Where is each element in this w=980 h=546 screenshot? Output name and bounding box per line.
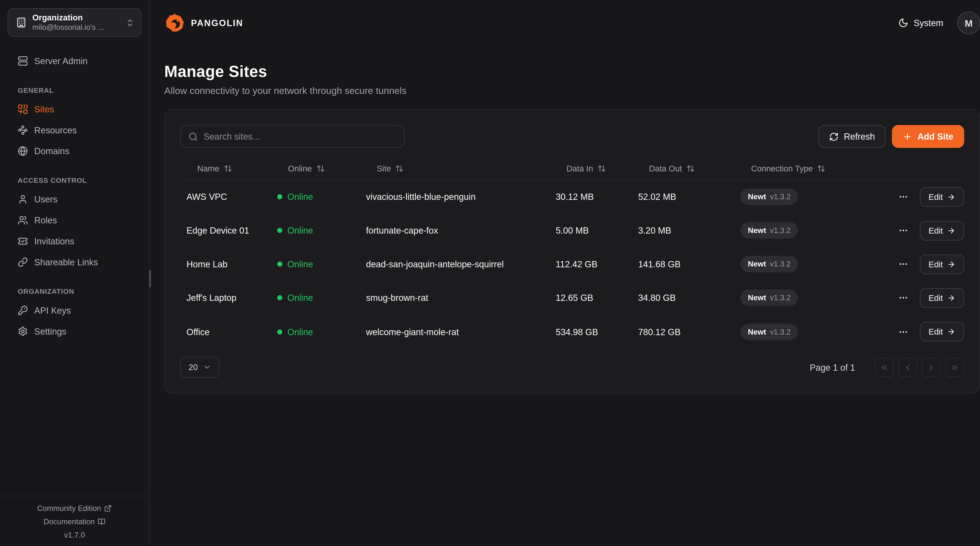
sidebar-item-users[interactable]: Users: [8, 189, 142, 209]
ticket-check-icon: [18, 236, 28, 246]
page-size-value: 20: [189, 362, 198, 372]
sidebar-nav: Server Admin GENERALSitesResourcesDomain…: [0, 37, 149, 496]
data-in-cell: 12.65 GB: [556, 293, 638, 303]
table-row: Office Online welcome-giant-mole-rat 534…: [180, 315, 964, 348]
sidebar-item-label: Roles: [34, 215, 57, 225]
refresh-button[interactable]: Refresh: [818, 125, 886, 148]
online-label: Online: [287, 225, 313, 236]
site-name-cell: Office: [186, 327, 277, 337]
brand-logo[interactable]: PANGOLIN: [164, 12, 243, 34]
version-label: v1.7.0: [64, 531, 85, 540]
site-name-cell: Home Lab: [186, 259, 277, 269]
sidebar-item-api-keys[interactable]: API Keys: [8, 300, 142, 321]
column-header-data-out[interactable]: Data Out: [638, 164, 740, 173]
site-slug-cell: fortunate-cape-fox: [366, 225, 556, 236]
prev-page-button[interactable]: [898, 358, 917, 377]
app-root: Organization milo@fossorial.io's ... Ser…: [0, 0, 980, 546]
add-site-button[interactable]: Add Site: [892, 125, 964, 148]
waypoints-icon: [18, 125, 28, 135]
site-name-cell: Edge Device 01: [186, 225, 277, 236]
table-header-row: NameOnlineSiteData InData OutConnection …: [180, 158, 964, 180]
sort-icon: [224, 164, 232, 172]
page-title: Manage Sites: [164, 62, 980, 81]
sidebar-item-server-admin[interactable]: Server Admin: [8, 51, 142, 71]
avatar[interactable]: M: [957, 11, 980, 34]
data-out-cell: 141.68 GB: [638, 259, 740, 269]
edit-button[interactable]: Edit: [920, 220, 964, 240]
sidebar-item-resources[interactable]: Resources: [8, 120, 142, 140]
connection-type-name: Newt: [748, 327, 766, 336]
chevron-left-icon: [904, 363, 912, 372]
online-dot: [277, 295, 282, 300]
table-row: Jeff's Laptop Online smug-brown-rat 12.6…: [180, 281, 964, 315]
data-out-cell: 52.02 MB: [638, 192, 740, 202]
sidebar-item-label: Server Admin: [34, 56, 88, 66]
column-header-label: Name: [197, 164, 220, 173]
topbar-right: System M: [899, 11, 980, 34]
chevron-right-icon: [927, 363, 936, 372]
column-header-data-in[interactable]: Data In: [556, 164, 638, 173]
sidebar-section-label: ACCESS CONTROL: [8, 172, 142, 188]
org-selector[interactable]: Organization milo@fossorial.io's ...: [8, 8, 142, 37]
external-link-icon: [104, 504, 112, 512]
online-label: Online: [287, 293, 313, 303]
sidebar-item-sites[interactable]: Sites: [8, 99, 142, 120]
edit-button[interactable]: Edit: [920, 288, 964, 308]
sidebar-item-settings[interactable]: Settings: [8, 321, 142, 342]
edit-button[interactable]: Edit: [920, 254, 964, 274]
row-menu-button[interactable]: [896, 189, 911, 204]
connection-type-name: Newt: [748, 260, 766, 268]
sidebar-item-label: API Keys: [34, 305, 71, 316]
sidebar-item-domains[interactable]: Domains: [8, 141, 142, 161]
online-dot: [277, 228, 282, 233]
theme-toggle-label: System: [914, 18, 943, 28]
add-site-label: Add Site: [918, 131, 953, 142]
column-header-connection-type[interactable]: Connection Type: [740, 164, 964, 173]
theme-toggle[interactable]: System: [899, 18, 943, 28]
sidebar: Organization milo@fossorial.io's ... Ser…: [0, 0, 150, 546]
online-label: Online: [287, 259, 313, 269]
next-page-button[interactable]: [922, 358, 941, 377]
edit-label: Edit: [929, 327, 943, 337]
sidebar-scrollbar-thumb[interactable]: [149, 270, 151, 288]
connection-type-badge: Newt v1.3.2: [740, 289, 798, 306]
documentation-link[interactable]: Documentation: [43, 517, 105, 526]
connection-type-cell: Newt v1.3.2: [740, 188, 896, 205]
row-menu-button[interactable]: [896, 257, 911, 272]
first-page-button[interactable]: [875, 358, 894, 377]
page-size-select[interactable]: 20: [180, 357, 220, 378]
sidebar-item-invitations[interactable]: Invitations: [8, 231, 142, 251]
pagination-bar: 20 Page 1 of 1: [180, 357, 964, 378]
server-icon: [18, 56, 28, 66]
table-row: AWS VPC Online vivacious-little-blue-pen…: [180, 180, 964, 214]
column-header-site[interactable]: Site: [366, 164, 556, 173]
column-header-label: Connection Type: [751, 164, 813, 173]
column-header-online[interactable]: Online: [277, 164, 366, 173]
edit-button[interactable]: Edit: [920, 322, 964, 342]
sidebar-item-label: Domains: [34, 146, 69, 156]
last-page-button[interactable]: [945, 358, 964, 377]
community-edition-link[interactable]: Community Edition: [37, 504, 112, 513]
search-box: [180, 125, 405, 148]
gear-icon: [18, 326, 28, 337]
sidebar-item-roles[interactable]: Roles: [8, 210, 142, 230]
row-actions: Edit: [896, 187, 964, 206]
topbar: PANGOLIN System M: [150, 0, 980, 46]
row-menu-button[interactable]: [896, 324, 911, 339]
arrow-right-icon: [947, 226, 956, 235]
connection-type-badge: Newt v1.3.2: [740, 323, 798, 340]
pagination-controls: Page 1 of 1: [810, 358, 964, 377]
data-in-cell: 112.42 GB: [556, 259, 638, 269]
edit-button[interactable]: Edit: [920, 187, 964, 206]
edit-label: Edit: [929, 192, 943, 202]
connection-type-badge: Newt v1.3.2: [740, 256, 798, 272]
row-menu-button[interactable]: [896, 223, 911, 238]
sidebar-item-shareable-links[interactable]: Shareable Links: [8, 252, 142, 272]
sidebar-sections: GENERALSitesResourcesDomainsACCESS CONTR…: [8, 82, 142, 342]
row-menu-button[interactable]: [896, 290, 911, 305]
column-header-name[interactable]: Name: [186, 164, 277, 173]
data-in-cell: 5.00 MB: [556, 225, 638, 236]
online-status-cell: Online: [277, 293, 366, 303]
search-input[interactable]: [204, 131, 396, 142]
table-row: Home Lab Online dead-san-joaquin-antelop…: [180, 247, 964, 281]
